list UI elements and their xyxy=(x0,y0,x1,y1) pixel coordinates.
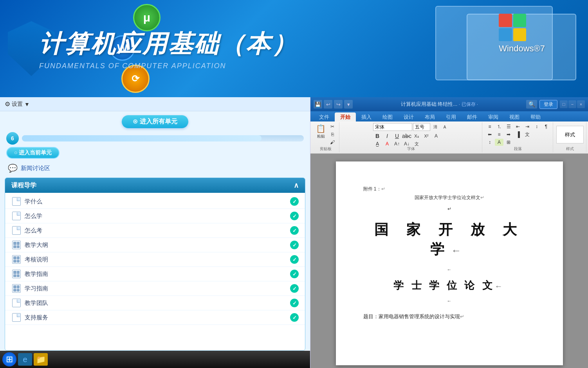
multi-level-list-button[interactable]: ☰ xyxy=(504,123,513,130)
tab-help[interactable]: 帮助 xyxy=(525,112,546,121)
shading-button[interactable]: A xyxy=(495,139,503,146)
style-preview[interactable]: 样式 xyxy=(556,126,584,143)
list-item[interactable]: 怎么考 ✓ xyxy=(5,223,305,238)
list-item[interactable]: 支持服务 ✓ xyxy=(5,310,305,325)
settings-label: 设置 xyxy=(12,101,23,108)
bullets-button[interactable]: ≡ xyxy=(485,123,494,130)
save-icon: 💾 xyxy=(315,102,321,107)
cut-button[interactable]: ✂ xyxy=(328,123,337,130)
align-right-button[interactable]: ➡ xyxy=(504,131,513,138)
borders-button[interactable]: ⊞ xyxy=(504,139,513,146)
sort-button[interactable]: ↕ xyxy=(532,123,541,130)
tab-insert[interactable]: 插入 xyxy=(356,112,377,121)
paste-label: 粘贴 xyxy=(317,134,325,139)
format-painter-button[interactable]: 🖌 xyxy=(328,139,337,146)
word-login-button[interactable]: 登录 xyxy=(539,100,557,109)
close-icon: × xyxy=(580,102,582,107)
word-search-button[interactable]: 🔍 xyxy=(526,100,537,109)
doc-icon xyxy=(12,197,21,206)
list-item[interactable]: 教学团队 ✓ xyxy=(5,296,305,310)
tab-home[interactable]: 开始 xyxy=(335,112,356,121)
tab-layout[interactable]: 布局 xyxy=(419,112,440,121)
word-extra-button[interactable]: ▾ xyxy=(344,100,353,109)
font-family-selector[interactable]: 宋体 xyxy=(373,123,412,131)
font-size-selector[interactable]: 五号 xyxy=(413,123,430,131)
paste-button[interactable]: 📋 粘贴 xyxy=(314,123,327,140)
word-close-button[interactable]: × xyxy=(577,100,585,108)
list-item[interactable]: 怎么学 ✓ xyxy=(5,209,305,223)
style-preview-text: 样式 xyxy=(565,131,575,138)
banner: 计算机应用基础（本） FUNDAMENTALS OF COMPUTER APPL… xyxy=(0,0,588,97)
justify-button[interactable]: ▐ xyxy=(514,131,522,138)
word-minimize-button[interactable]: − xyxy=(568,100,576,108)
strikethrough-button[interactable]: ab̶c xyxy=(402,132,411,140)
word-redo-button[interactable]: ↪ xyxy=(334,100,343,109)
item-label: 怎么考 xyxy=(25,227,290,234)
show-marks-button[interactable]: ¶ xyxy=(542,123,550,130)
banner-subtitle: FUNDAMENTALS OF COMPUTER APPLICATION xyxy=(39,62,298,70)
enter-all-units-button[interactable]: ⊙ 进入所有单元 xyxy=(122,115,188,128)
item-check-icon: ✓ xyxy=(290,241,299,249)
word-document-area: 附件 1：↵ 国家开放大学学士学位论文样文↵ ↵ 国 家 开 放 大 学← ← … xyxy=(310,154,588,368)
item-icon-doc xyxy=(11,212,22,220)
list-item[interactable]: 教学指南 ✓ xyxy=(5,267,305,281)
tab-design[interactable]: 设计 xyxy=(398,112,419,121)
ribbon-toolbar: 📋 粘贴 ✂ ⎘ 🖌 剪贴板 宋体 xyxy=(310,121,588,154)
list-item[interactable]: 学什么 ✓ xyxy=(5,194,305,209)
asian-layout-button[interactable]: 文 xyxy=(523,131,532,138)
grid-icon xyxy=(12,241,21,249)
settings-button[interactable]: ⚙ 设置 ▼ xyxy=(5,100,30,108)
item-label: 教学团队 xyxy=(25,299,290,307)
text-style-button[interactable]: A xyxy=(440,123,449,131)
list-item[interactable]: 考核说明 ✓ xyxy=(5,252,305,267)
windows-logo-area: Windows®7 xyxy=(499,14,545,54)
list-item[interactable]: 学习指南 ✓ xyxy=(5,281,305,296)
tab-review[interactable]: 审阅 xyxy=(483,112,504,121)
return-mark-1: ↵ xyxy=(381,186,385,192)
return-mark-4: ← xyxy=(447,267,452,272)
forum-row[interactable]: 💬 新闻讨论区 xyxy=(0,161,310,175)
course-guide-header[interactable]: 课程导学 ∧ xyxy=(5,178,305,193)
tab-file[interactable]: 文件 xyxy=(314,112,335,121)
clear-format-button[interactable]: 清 xyxy=(431,123,440,131)
bold-button[interactable]: B xyxy=(373,132,382,140)
doc-return-mark-row3: ← xyxy=(363,297,536,306)
search-icon: 🔍 xyxy=(528,101,535,107)
decrease-indent-button[interactable]: ⇤ xyxy=(514,123,522,130)
start-button[interactable]: ⊞ xyxy=(2,352,16,366)
tab-references[interactable]: 引用 xyxy=(440,112,462,121)
italic-button[interactable]: I xyxy=(383,132,391,140)
item-label: 教学指南 xyxy=(25,270,290,278)
item-check-icon: ✓ xyxy=(290,313,299,322)
text-effect-button[interactable]: A xyxy=(432,132,440,140)
increase-indent-button[interactable]: ⇥ xyxy=(523,123,532,130)
tab-mailing[interactable]: 邮件 xyxy=(462,112,483,121)
superscript-button[interactable]: X² xyxy=(422,132,431,140)
grid-icon xyxy=(12,270,21,278)
windows-logo-squares xyxy=(499,14,526,41)
tab-draw[interactable]: 绘图 xyxy=(377,112,398,121)
ie-button[interactable]: e xyxy=(18,353,32,366)
item-label: 学习指南 xyxy=(25,285,290,292)
doc-subtitle-text: 国家开放大学学士学位论文样文↵ xyxy=(363,194,536,202)
copy-button[interactable]: ⎘ xyxy=(328,131,337,138)
word-document-title: 计算机应用基础 终结性... · 已保存 · xyxy=(355,101,524,108)
align-center-button[interactable]: ≡ xyxy=(495,131,503,138)
subscript-button[interactable]: X₂ xyxy=(412,132,421,140)
numbered-list-button[interactable]: ⒈ xyxy=(495,123,503,130)
line-spacing-button[interactable]: ↕ xyxy=(485,139,494,146)
word-maximize-button[interactable]: □ xyxy=(560,100,568,108)
underline-button[interactable]: U xyxy=(393,132,401,140)
banner-main-title: 计算机应用基础（本） xyxy=(39,27,298,60)
align-left-button[interactable]: ⬅ xyxy=(485,131,494,138)
enter-current-unit-button[interactable]: ○ 进入当前单元 xyxy=(6,147,60,159)
word-title-text: 计算机应用基础 终结性... xyxy=(401,101,459,107)
maximize-icon: □ xyxy=(563,102,565,107)
tab-view[interactable]: 视图 xyxy=(504,112,525,121)
folder-button[interactable]: 📁 xyxy=(34,353,48,366)
list-item[interactable]: 教学大纲 ✓ xyxy=(5,238,305,252)
item-icon-grid xyxy=(11,284,22,293)
word-undo-button[interactable]: ↩ xyxy=(324,100,332,109)
word-save-button[interactable]: 💾 xyxy=(314,100,322,109)
font-select-row: 宋体 五号 清 A xyxy=(373,123,449,131)
